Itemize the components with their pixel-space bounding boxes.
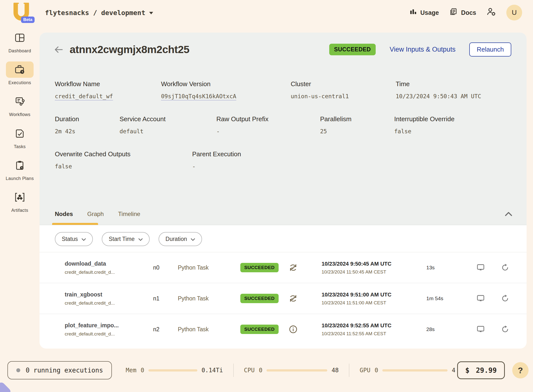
project-domain-selector[interactable]: flytesnacks / development xyxy=(45,9,153,17)
node-type: Python Task xyxy=(178,264,240,271)
sidebar-item-workflows[interactable]: Workflows xyxy=(3,93,37,118)
beta-badge: Beta xyxy=(21,17,35,23)
workflow-version-link[interactable]: 09sjT10qTq4sK16kAOtxcA xyxy=(161,93,291,99)
execution-id-title: atnnx2cwgmjx8m2cht25 xyxy=(70,43,324,56)
tab-timeline[interactable]: Timeline xyxy=(118,211,140,217)
meta-cluster: Cluster union-us-central1 xyxy=(291,80,396,99)
chevron-down-icon xyxy=(149,12,153,14)
node-name-cell: train_xgboost credit_default.credit_d... xyxy=(65,291,153,306)
title-row: atnnx2cwgmjx8m2cht25 SUCCEEDED View Inpu… xyxy=(40,33,527,57)
node-duration: 1m 54s xyxy=(426,295,476,301)
bar-chart-icon xyxy=(410,8,417,17)
cache-check-icon[interactable] xyxy=(289,263,322,272)
view-logs-button[interactable] xyxy=(476,264,501,272)
table-row[interactable]: train_xgboost credit_default.credit_d...… xyxy=(40,283,527,314)
cpu-usage-bar xyxy=(266,369,327,372)
meta-service-account: Service Account default xyxy=(120,115,216,135)
nodes-section: Status Start Time Duration down xyxy=(40,225,527,345)
question-mark-icon: ? xyxy=(518,366,523,375)
resource-meters: Mem 0 0.14Ti CPU 0 48 GPU 0 4 xyxy=(126,364,455,377)
memory-meter: Mem 0 0.14Ti xyxy=(126,367,223,374)
launch-plans-icon xyxy=(6,157,34,174)
docs-label: Docs xyxy=(461,9,476,16)
node-id: n1 xyxy=(153,295,178,302)
table-row[interactable]: plot_feature_impo... credit_default.cred… xyxy=(40,314,527,345)
cache-check-icon[interactable] xyxy=(289,294,322,303)
running-executions-label: 0 running executions xyxy=(26,367,103,374)
sidebar-item-executions[interactable]: Executions xyxy=(3,61,37,86)
breadcrumb-label: flytesnacks / development xyxy=(45,9,145,17)
top-bar: Beta flytesnacks / development Usage Doc… xyxy=(0,0,533,25)
active-tab-indicator xyxy=(52,223,98,225)
rerun-node-button[interactable] xyxy=(501,264,527,272)
view-logs-button[interactable] xyxy=(476,325,501,333)
docs-icon xyxy=(449,8,458,18)
collapse-section-button[interactable] xyxy=(504,211,513,217)
node-name-cell: plot_feature_impo... credit_default.cred… xyxy=(65,322,153,337)
status-badge: SUCCEEDED xyxy=(240,294,279,303)
back-button[interactable] xyxy=(53,44,64,55)
admin-settings-button[interactable] xyxy=(487,7,496,18)
node-type: Python Task xyxy=(178,295,240,302)
meta-row-1: Workflow Name credit_default_wf Workflow… xyxy=(40,80,527,99)
node-type: Python Task xyxy=(178,326,240,333)
meta-parent-execution: Parent Execution - xyxy=(192,150,527,170)
node-time-cell: 10/23/2024 9:52:55 AM UTC 10/23/2024 11:… xyxy=(322,322,426,336)
chat-widget-bubble[interactable] xyxy=(0,381,12,392)
chevron-down-icon xyxy=(82,236,86,242)
node-id: n0 xyxy=(153,264,178,271)
table-row[interactable]: download_data credit_default.credit_d...… xyxy=(40,252,527,283)
cost-pill[interactable]: $ 29.99 xyxy=(457,361,505,379)
rerun-node-button[interactable] xyxy=(501,325,527,333)
avatar[interactable]: U xyxy=(506,5,522,20)
duration-filter[interactable]: Duration xyxy=(159,232,202,246)
topbar-actions: Usage Docs xyxy=(410,5,522,20)
running-executions-pill[interactable]: 0 running executions xyxy=(7,361,112,379)
node-duration: 28s xyxy=(426,326,476,332)
usage-label: Usage xyxy=(420,9,439,16)
meta-parallelism: Parallelism 25 xyxy=(320,115,394,135)
meta-time: Time 10/23/2024 9:50:43 AM UTC xyxy=(396,80,527,99)
executions-icon xyxy=(6,61,34,78)
view-inputs-outputs-link[interactable]: View Inputs & Outputs xyxy=(390,46,455,53)
usage-button[interactable]: Usage xyxy=(410,8,439,17)
status-filter[interactable]: Status xyxy=(55,232,93,246)
sidebar-item-dashboard[interactable]: Dashboard xyxy=(3,30,37,54)
start-time-filter[interactable]: Start Time xyxy=(102,232,150,246)
node-id: n2 xyxy=(153,326,178,333)
node-time-cell: 10/23/2024 9:51:00 AM UTC 10/23/2024 11:… xyxy=(322,292,426,306)
help-button[interactable]: ? xyxy=(512,362,529,378)
rerun-node-button[interactable] xyxy=(501,294,527,302)
docs-button[interactable]: Docs xyxy=(449,8,476,18)
node-name-link[interactable]: train_xgboost xyxy=(65,291,153,298)
workflow-name-link[interactable]: credit_default_wf xyxy=(55,93,161,99)
node-time-cell: 10/23/2024 9:50:45 AM UTC 10/23/2024 11:… xyxy=(322,261,426,275)
view-logs-button[interactable] xyxy=(476,294,501,302)
relaunch-button[interactable]: Relaunch xyxy=(469,42,511,57)
sidebar-item-artifacts[interactable]: Artifacts xyxy=(3,189,37,214)
memory-usage-bar xyxy=(148,369,197,372)
filters-row: Status Start Time Duration xyxy=(40,225,527,252)
tabs-row: Nodes Graph Timeline xyxy=(40,203,527,225)
node-duration: 13s xyxy=(426,265,476,271)
status-badge: SUCCEEDED xyxy=(240,263,279,272)
node-name-link[interactable]: plot_feature_impo... xyxy=(65,322,153,329)
avatar-initial: U xyxy=(512,9,517,17)
execution-detail-panel: atnnx2cwgmjx8m2cht25 SUCCEEDED View Inpu… xyxy=(40,33,527,349)
sidebar-item-tasks[interactable]: Tasks xyxy=(3,125,37,150)
tab-graph[interactable]: Graph xyxy=(87,211,104,217)
gpu-meter: GPU 0 4 xyxy=(360,367,455,374)
execution-status-badge: SUCCEEDED xyxy=(329,44,376,55)
info-icon[interactable] xyxy=(289,325,322,334)
workflows-icon xyxy=(6,93,34,110)
status-badge: SUCCEEDED xyxy=(240,325,279,334)
node-name-link[interactable]: download_data xyxy=(65,260,153,267)
meta-raw-output-prefix: Raw Output Prefix - xyxy=(216,115,320,135)
gpu-usage-bar xyxy=(382,369,448,372)
user-gear-icon xyxy=(487,7,496,18)
sidebar-item-launch-plans[interactable]: Launch Plans xyxy=(3,157,37,182)
cost-value: 29.99 xyxy=(476,366,497,374)
tab-nodes[interactable]: Nodes xyxy=(55,211,73,217)
meta-workflow-version: Workflow Version 09sjT10qTq4sK16kAOtxcA xyxy=(161,80,291,99)
dollar-icon: $ xyxy=(465,366,470,374)
